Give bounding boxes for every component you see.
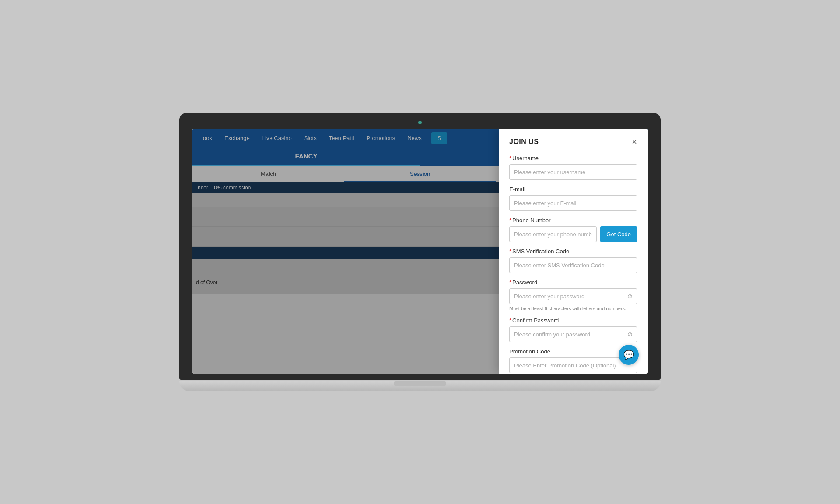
phone-label-text: Phone Number [512,217,550,224]
promo-field-group: Promotion Code [509,348,637,373]
promo-label: Promotion Code [509,348,637,355]
promo-label-text: Promotion Code [509,348,550,355]
laptop-camera [418,121,422,124]
screen-content: ook Exchange Live Casino Slots Teen Patt… [192,129,648,374]
confirm-password-label-text: Confirm Password [512,317,559,324]
modal-title: JOIN US [509,138,539,146]
promo-input[interactable] [509,357,637,373]
email-label-text: E-mail [509,186,525,192]
password-eye-icon[interactable]: ⊘ [627,293,633,300]
modal-header: JOIN US × [509,137,637,146]
modal-overlay: JOIN US × * Username [192,129,648,374]
password-label-text: Password [512,279,537,286]
sms-field-group: * SMS Verification Code [509,248,637,273]
phone-label: * Phone Number [509,217,637,224]
phone-input[interactable] [509,226,597,242]
password-field-group: * Password ⊘ Must be at least 6 characte… [509,279,637,311]
confirm-password-input[interactable] [509,326,637,342]
password-required-star: * [509,279,511,286]
laptop: ook Exchange Live Casino Slots Teen Patt… [179,113,661,391]
laptop-screen: ook Exchange Live Casino Slots Teen Patt… [192,129,648,374]
sms-required-star: * [509,248,511,255]
confirm-password-label: * Confirm Password [509,317,637,324]
sms-label: * SMS Verification Code [509,248,637,255]
password-input[interactable] [509,288,637,304]
email-field-group: E-mail [509,186,637,211]
phone-row: Get Code [509,226,637,242]
password-hint: Must be at least 6 characters with lette… [509,306,637,311]
confirm-required-star: * [509,317,511,324]
phone-field-group: * Phone Number Get Code [509,217,637,242]
get-code-button[interactable]: Get Code [600,226,637,242]
modal-close-button[interactable]: × [632,137,637,146]
password-label: * Password [509,279,637,286]
laptop-lid: ook Exchange Live Casino Slots Teen Patt… [179,113,661,380]
password-wrap: ⊘ [509,288,637,304]
laptop-trackpad[interactable] [394,382,446,386]
sms-input[interactable] [509,257,637,273]
confirm-password-eye-icon[interactable]: ⊘ [627,331,633,338]
confirm-password-wrap: ⊘ [509,326,637,342]
laptop-base [179,382,661,391]
username-input[interactable] [509,164,637,180]
sms-label-text: SMS Verification Code [512,248,569,255]
chat-bubble-button[interactable]: 💬 [619,345,639,365]
join-modal: JOIN US × * Username [499,129,648,374]
phone-required-star: * [509,217,511,224]
confirm-password-field-group: * Confirm Password ⊘ [509,317,637,342]
username-field-group: * Username [509,155,637,180]
username-required-star: * [509,155,511,161]
username-label: * Username [509,155,637,161]
email-input[interactable] [509,195,637,211]
chat-icon: 💬 [623,350,634,360]
username-label-text: Username [512,155,539,161]
email-label: E-mail [509,186,637,192]
